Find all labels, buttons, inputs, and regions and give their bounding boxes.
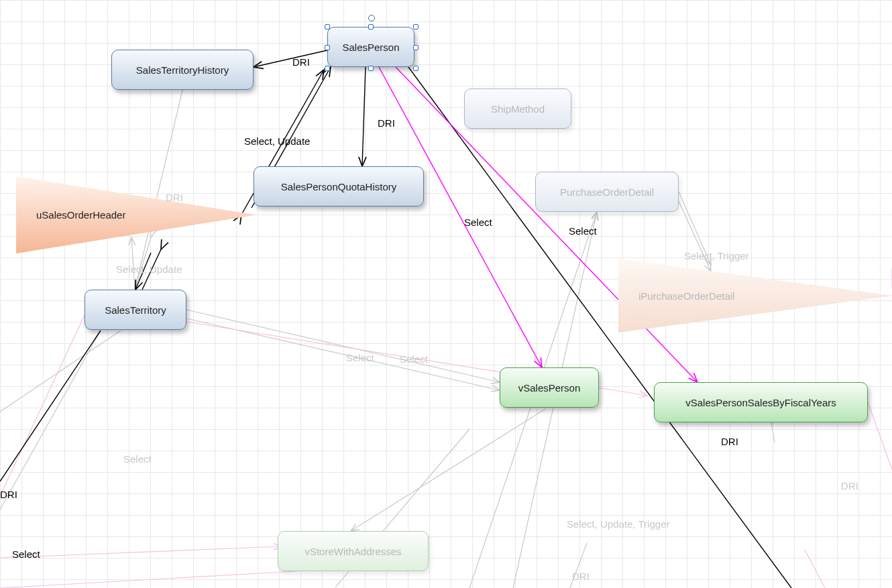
node-vsalespersonsalesbyfiscalyears[interactable]: vSalesPersonSalesByFiscalYears [654,382,868,422]
edge-label: Select, Update [116,263,182,275]
node-label: SalesTerritory [105,304,166,316]
node-usalesorderheader[interactable]: uSalesOrderHeader [16,176,256,253]
edge-label: Select [346,352,374,363]
edge-label: DRI [0,489,17,500]
node-label: SalesTerritoryHistory [136,64,229,76]
node-label: ShipMethod [491,103,545,115]
edge-label: DRI [721,436,738,447]
edge-label: Select, Update, Trigger [567,518,669,530]
node-sales-territory-history[interactable]: SalesTerritoryHistory [111,50,254,90]
resize-handle[interactable] [368,24,374,30]
node-label: PurchaseOrderDetail [560,186,654,198]
resize-handle[interactable] [413,45,419,50]
edge-label: DRI [572,571,590,582]
resize-handle[interactable] [413,66,419,71]
edge-label: Select [400,353,428,365]
node-ipurchaseorderdetail[interactable]: iPurchaseOrderDetail [618,259,892,333]
edge-label: Select [464,217,492,228]
node-label: vSalesPersonSalesByFiscalYears [685,397,836,408]
edge-label: Select, Update [244,135,310,147]
node-label: vStoreWithAddresses [304,546,401,557]
resize-handle[interactable] [368,66,374,71]
resize-handle[interactable] [325,45,330,50]
node-sales-territory[interactable]: SalesTerritory [85,290,186,330]
node-salesperson[interactable]: SalesPerson [327,27,414,67]
node-purchase-order-detail[interactable]: PurchaseOrderDetail [535,172,679,212]
rotate-handle[interactable] [368,15,375,21]
resize-handle[interactable] [413,24,419,30]
edge-label: Select [123,453,152,465]
node-vsalesperson[interactable]: vSalesPerson [500,367,599,408]
node-label: uSalesOrderHeader [36,209,125,221]
edge-label: DRI [841,480,858,491]
resize-handle[interactable] [325,24,330,30]
node-label: SalesPerson [342,42,399,53]
diagram-canvas[interactable]: SalesPerson SalesTerritoryHistory SalesP… [0,0,892,588]
node-ship-method[interactable]: ShipMethod [464,89,571,129]
node-label: SalesPersonQuotaHistory [281,181,397,192]
edge-label: DRI [378,117,395,129]
node-label: iPurchaseOrderDetail [638,290,734,302]
edge-label: Select [12,548,40,560]
edge-label: DRI [292,56,310,68]
node-label: vSalesPerson [518,382,581,394]
node-sales-person-quota-history[interactable]: SalesPersonQuotaHistory [254,166,424,207]
edge-label: Select [569,225,597,237]
resize-handle[interactable] [325,66,330,71]
node-vstorewithaddresses[interactable]: vStoreWithAddresses [278,531,429,571]
edge-label: Select, Trigger [684,250,749,261]
